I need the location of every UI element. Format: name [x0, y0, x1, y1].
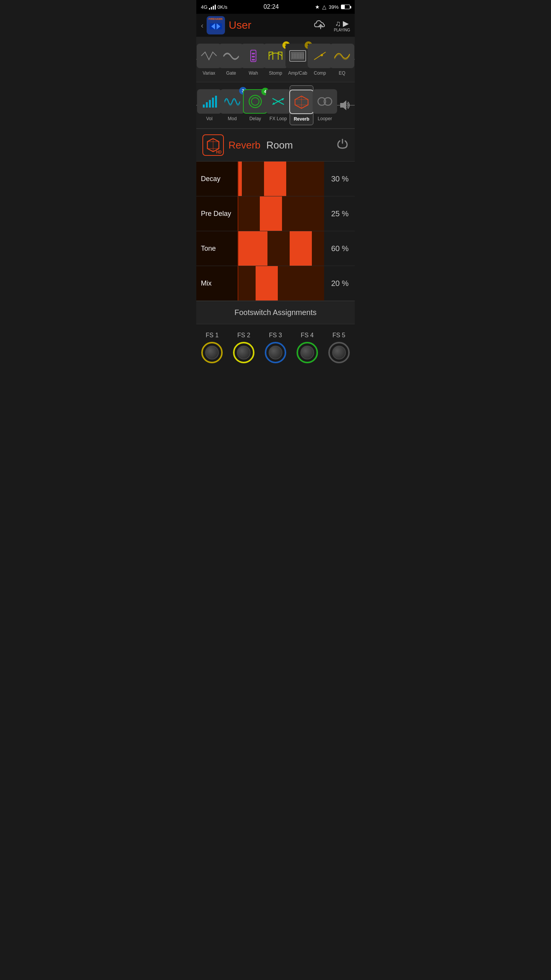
predelay-track[interactable] — [238, 196, 324, 231]
wifi-icon: △ — [322, 4, 326, 10]
fs2-item[interactable]: FS 2 — [228, 332, 260, 363]
delay-label: Delay — [249, 116, 261, 121]
comp-label: Comp — [314, 70, 326, 76]
fs1-knob[interactable] — [201, 342, 223, 363]
fx-item-vol[interactable]: Vol — [198, 85, 221, 125]
fs3-item[interactable]: FS 3 — [260, 332, 292, 363]
fxloop-icon-box — [266, 89, 290, 114]
fx-item-mod[interactable]: 3 Mod — [221, 85, 244, 125]
svg-point-27 — [249, 95, 261, 108]
comp-icon-box — [308, 44, 332, 68]
decay-value: 30 % — [331, 175, 349, 183]
svg-line-20 — [314, 52, 326, 60]
svg-rect-23 — [206, 102, 208, 108]
fs5-knob-inner — [332, 346, 346, 359]
fs5-item[interactable]: FS 5 — [323, 332, 355, 363]
app-header: ‹ FIREHAWK User ♫ ▶ PLAYING — [196, 14, 355, 37]
svg-rect-9 — [291, 52, 304, 60]
fs4-knob-inner — [300, 346, 314, 359]
reverb-effect-icon: HD — [202, 134, 224, 156]
fs4-item[interactable]: FS 4 — [291, 332, 323, 363]
fx-item-stomp[interactable]: 2 Stomp — [264, 40, 287, 79]
footswitch-row: FS 1 FS 2 FS 3 FS 4 FS 5 — [196, 324, 355, 367]
playing-label: PLAYING — [334, 28, 350, 32]
music-note-icon: ♫ ▶ — [335, 19, 349, 28]
reverb-icon-box — [289, 90, 314, 114]
reverb-preset: Room — [266, 139, 293, 151]
decay-track[interactable] — [238, 162, 324, 196]
network-speed: 0K/s — [217, 4, 227, 10]
ampcab-label: Amp/Cab — [288, 70, 307, 76]
svg-point-21 — [321, 54, 323, 56]
tone-track[interactable] — [238, 231, 324, 266]
wah-icon-box — [241, 44, 266, 68]
wah-label: Wah — [249, 70, 258, 76]
fs5-label: FS 5 — [333, 332, 346, 339]
fx-item-fxloop[interactable]: FX Loop — [267, 85, 290, 125]
firehawk-label: FIREHAWK — [207, 18, 224, 20]
mod-icon-box: 3 — [220, 89, 245, 114]
fx-item-comp[interactable]: Comp — [309, 40, 331, 79]
variax-label: Variax — [202, 70, 215, 76]
fx-item-looper[interactable]: Looper — [313, 85, 336, 125]
looper-icon-box — [313, 89, 337, 114]
fs5-knob[interactable] — [328, 342, 350, 363]
mix-track[interactable] — [238, 266, 324, 301]
fx-item-variax[interactable]: Variax — [198, 40, 220, 79]
svg-rect-22 — [203, 105, 205, 108]
fs1-item[interactable]: FS 1 — [196, 332, 228, 363]
fx-chain-row1: Variax Gate Wah 2 — [196, 37, 355, 82]
decay-label-col: Decay — [196, 162, 238, 196]
mix-value: 20 % — [331, 279, 349, 288]
stomp-label: Stomp — [269, 70, 282, 76]
fx-item-reverb[interactable]: Reverb — [290, 85, 313, 125]
svg-rect-26 — [215, 96, 217, 108]
mix-value-col: 20 % — [324, 266, 355, 301]
back-button[interactable]: ‹ — [201, 21, 204, 30]
fs2-knob[interactable] — [233, 342, 254, 363]
mix-label-col: Mix — [196, 266, 238, 301]
reverb-label: Reverb — [294, 116, 310, 122]
reverb-effect-title: Reverb Room — [228, 139, 293, 151]
app-logo: FIREHAWK — [207, 16, 225, 34]
predelay-label: Pre Delay — [201, 210, 231, 218]
fx-item-delay[interactable]: 4 Delay — [244, 85, 267, 125]
slider-row-tone: Tone 60 % — [196, 231, 355, 266]
clock: 02:24 — [264, 3, 279, 10]
fs3-knob[interactable] — [265, 342, 286, 363]
predelay-label-col: Pre Delay — [196, 196, 238, 231]
predelay-value-col: 25 % — [324, 196, 355, 231]
gate-icon-box — [219, 44, 243, 68]
fx-item-gate[interactable]: Gate — [220, 40, 242, 79]
battery-icon — [341, 5, 350, 9]
fs4-knob[interactable] — [297, 342, 318, 363]
fx-item-wah[interactable]: Wah — [242, 40, 264, 79]
slider-row-mix: Mix 20 % — [196, 266, 355, 301]
hd-badge: HD — [216, 150, 222, 154]
svg-rect-5 — [252, 53, 255, 54]
header-actions: ♫ ▶ PLAYING — [314, 18, 350, 33]
power-button[interactable] — [336, 138, 349, 153]
gate-label: Gate — [226, 70, 236, 76]
bluetooth-icon: ★ — [315, 4, 320, 10]
fx-item-ampcab[interactable]: 1 Amp/Cab — [287, 40, 309, 79]
user-title: User — [229, 19, 314, 31]
slider-section: Decay 30 % Pre Delay 25 % Tone — [196, 162, 355, 301]
cloud-upload-icon[interactable] — [314, 18, 328, 33]
svg-rect-25 — [212, 98, 214, 108]
stomp-icon-box: 2 — [263, 44, 288, 68]
fx-item-eq[interactable]: EQ — [331, 40, 353, 79]
fx-chain-row2: Vol 3 Mod 4 Delay — [196, 82, 355, 129]
svg-marker-39 — [340, 100, 346, 110]
ampcab-icon-box: 1 — [285, 44, 310, 68]
playing-section: ♫ ▶ PLAYING — [334, 19, 350, 32]
tone-value: 60 % — [331, 244, 349, 253]
svg-rect-6 — [252, 56, 255, 57]
decay-value-col: 30 % — [324, 162, 355, 196]
mod-label: Mod — [228, 116, 236, 121]
decay-label: Decay — [201, 175, 220, 183]
fs4-label: FS 4 — [301, 332, 314, 339]
fs2-label: FS 2 — [237, 332, 250, 339]
reverb-word: Reverb — [228, 139, 261, 151]
svg-rect-7 — [252, 59, 255, 60]
